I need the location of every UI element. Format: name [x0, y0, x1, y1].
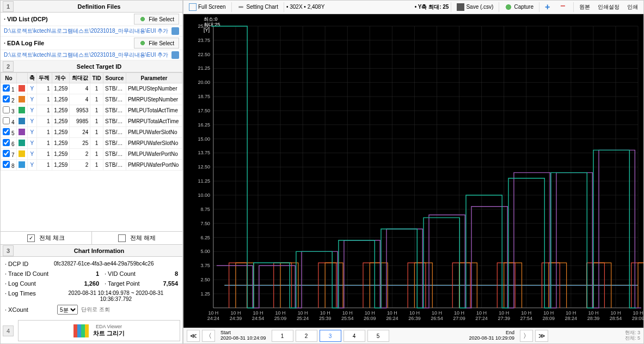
- print-button[interactable]: 인쇄: [624, 2, 641, 12]
- print-setting-button[interactable]: 인쇄설정: [594, 2, 623, 12]
- step-1-badge: 1: [3, 1, 14, 12]
- color-swatch[interactable]: [19, 129, 25, 135]
- row-checkbox[interactable]: [3, 95, 10, 102]
- plus-button[interactable]: +: [542, 2, 556, 12]
- color-swatch[interactable]: [19, 107, 25, 113]
- svg-text:25:09: 25:09: [274, 315, 286, 321]
- vid-path[interactable]: D:\프로젝트\kctech\프로그램테스트\20231018_마무리내용\EU…: [4, 27, 171, 35]
- capture-button[interactable]: Capture: [501, 2, 537, 12]
- vid-list-label: · VID List (DCP): [4, 16, 134, 22]
- eda-label: · EDA Log File: [4, 40, 134, 46]
- unchecked-icon: [118, 234, 126, 242]
- page-button-1[interactable]: 1: [272, 330, 293, 342]
- first-page-button[interactable]: ≪: [187, 330, 200, 342]
- svg-text:28:39: 28:39: [587, 315, 599, 321]
- row-checkbox[interactable]: [3, 161, 10, 168]
- last-page-button[interactable]: ≫: [535, 330, 548, 342]
- table-row[interactable]: 8 Y11,259 21STB/…PMRPUWaferPortNo: [1, 160, 182, 171]
- chart-icon: [73, 324, 89, 337]
- uncheck-all-button[interactable]: 전체 해제: [91, 232, 183, 244]
- svg-text:2.50: 2.50: [200, 277, 210, 282]
- table-row[interactable]: 5 Y11,259 241STB/…PMLPUWaferSlotNo: [1, 127, 182, 138]
- svg-text:28:09: 28:09: [543, 315, 555, 321]
- row-checkbox[interactable]: [3, 139, 10, 146]
- check-all-button[interactable]: ✓전체 체크: [1, 232, 91, 244]
- svg-text:5.00: 5.00: [200, 249, 210, 254]
- page-button-4[interactable]: 4: [344, 330, 365, 342]
- row-checkbox[interactable]: [3, 128, 10, 135]
- step-2-badge: 2: [3, 61, 14, 72]
- table-row[interactable]: 7 Y11,259 21STB/…PMLPUWaferPortNo: [1, 149, 182, 160]
- color-swatch[interactable]: [19, 161, 25, 168]
- svg-text:10 H: 10 H: [521, 310, 531, 315]
- pagination-bar: ≪ 〈 Start2020-08-31 10:24:09 12345 End20…: [183, 328, 643, 343]
- eda-file-select-button[interactable]: File Select: [134, 38, 179, 49]
- eda-path-row: D:\프로젝트\kctech\프로그램테스트\20231018_마무리내용\EU…: [1, 50, 182, 61]
- color-swatch[interactable]: [19, 96, 25, 102]
- start-time: Start2020-08-31 10:24:09: [217, 330, 269, 341]
- wrench-icon: [237, 3, 245, 11]
- svg-text:24:24: 24:24: [207, 315, 219, 321]
- row-checkbox[interactable]: [3, 85, 10, 92]
- xcount-select[interactable]: 5분: [57, 305, 78, 315]
- draw-chart-button[interactable]: EDA Viewer차트 그리기: [18, 320, 180, 341]
- svg-text:10 H: 10 H: [320, 310, 330, 315]
- page-button-2[interactable]: 2: [296, 330, 317, 342]
- svg-text:28:54: 28:54: [610, 315, 622, 321]
- svg-text:28:24: 28:24: [565, 315, 577, 321]
- refresh-icon: [139, 15, 146, 23]
- color-swatch[interactable]: [19, 118, 25, 124]
- page-button-3[interactable]: 3: [320, 330, 341, 342]
- chart-toolbar: Full Screen Setting Chart • 302X • 2,408…: [183, 1, 643, 14]
- calendar-icon[interactable]: [171, 27, 179, 35]
- table-row[interactable]: 2 Y11,259 41STB/…PMRPUStepNumber: [1, 94, 182, 105]
- prev-page-button[interactable]: 〈: [202, 330, 215, 342]
- svg-text:15.00: 15.00: [198, 136, 210, 141]
- next-page-button[interactable]: 〉: [520, 330, 533, 342]
- minus-button[interactable]: −: [557, 2, 571, 12]
- vid-file-select-button[interactable]: File Select: [134, 14, 179, 25]
- row-checkbox[interactable]: [3, 150, 10, 157]
- svg-text:10 H: 10 H: [298, 310, 308, 315]
- step-3-badge: 3: [3, 245, 14, 256]
- dcp-id: 0fc32827-61ce-4fa3-ae44-29a759bc4c26: [54, 261, 178, 267]
- table-row[interactable]: 6 Y11,259 251STB/…PMRPUWaferSlotNo: [1, 138, 182, 149]
- section3-title: Chart Information: [16, 248, 182, 254]
- row-checkbox[interactable]: [3, 117, 10, 124]
- calendar-icon[interactable]: [171, 51, 179, 59]
- svg-text:최소:0: 최소:0: [204, 16, 217, 22]
- color-swatch[interactable]: [19, 85, 25, 92]
- chart-area[interactable]: 최소:0최대:25[Y]1.252.503.755.006.257.508.75…: [183, 14, 643, 328]
- svg-text:10 H: 10 H: [253, 310, 263, 315]
- color-swatch[interactable]: [19, 140, 25, 146]
- svg-text:10 H: 10 H: [566, 310, 576, 315]
- fullscreen-icon: [189, 3, 197, 11]
- svg-text:10.00: 10.00: [198, 192, 210, 198]
- page-button-5[interactable]: 5: [367, 330, 389, 342]
- svg-text:10 H: 10 H: [454, 310, 464, 315]
- table-row[interactable]: 3 Y11,259 99531STB/…PMLPUTotalActTime: [1, 105, 182, 116]
- page-status: 현재: 3전체: 5: [625, 330, 640, 341]
- fullscreen-button[interactable]: Full Screen: [186, 2, 229, 12]
- minus-icon: −: [560, 3, 568, 11]
- log-count: 1,260: [54, 280, 105, 287]
- svg-text:20.00: 20.00: [198, 80, 210, 85]
- svg-text:22.50: 22.50: [198, 51, 210, 57]
- eda-path[interactable]: D:\프로젝트\kctech\프로그램테스트\20231018_마무리내용\EU…: [4, 51, 171, 59]
- vid-list-row: · VID List (DCP) File Select: [1, 13, 182, 26]
- row-checkbox[interactable]: [3, 106, 10, 113]
- svg-text:10 H: 10 H: [387, 310, 397, 315]
- save-csv-button[interactable]: Save (.csv): [453, 2, 496, 12]
- svg-text:21.25: 21.25: [198, 65, 210, 71]
- table-row[interactable]: 1 Y11,259 41STB/…PMLPUStepNumber: [1, 83, 182, 94]
- svg-text:25:39: 25:39: [319, 315, 331, 321]
- table-row[interactable]: 4 Y11,259 99851STB/…PMRPUTotalActTime: [1, 116, 182, 127]
- chart-svg: 최소:0최대:25[Y]1.252.503.755.006.257.508.75…: [183, 14, 643, 328]
- svg-text:8.75: 8.75: [200, 207, 210, 212]
- svg-text:26:39: 26:39: [408, 315, 420, 321]
- svg-text:18.75: 18.75: [198, 94, 210, 99]
- original-button[interactable]: 원본: [576, 2, 593, 12]
- svg-text:10 H: 10 H: [275, 310, 286, 315]
- color-swatch[interactable]: [19, 150, 25, 157]
- setting-chart-button[interactable]: Setting Chart: [234, 2, 281, 12]
